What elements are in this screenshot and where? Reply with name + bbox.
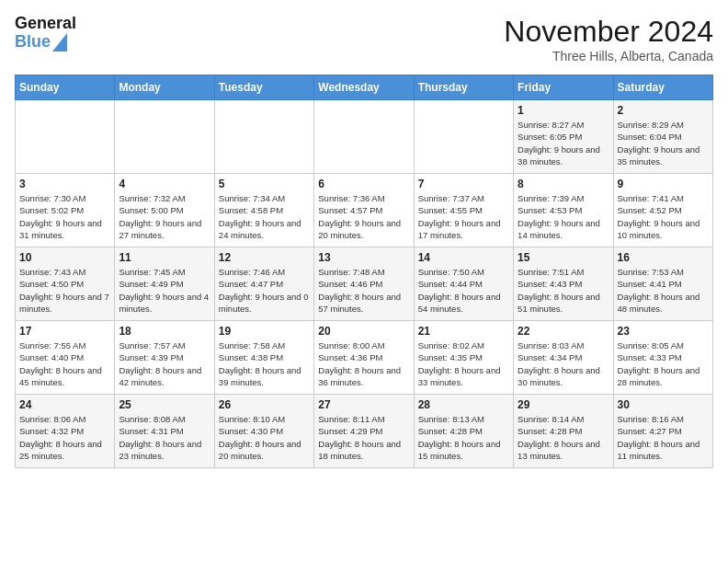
day-number: 10 — [19, 251, 110, 264]
day-info: Sunrise: 7:58 AMSunset: 4:38 PMDaylight:… — [219, 339, 310, 388]
day-cell: 16Sunrise: 7:53 AMSunset: 4:41 PMDayligh… — [613, 247, 712, 321]
day-cell: 11Sunrise: 7:45 AMSunset: 4:49 PMDayligh… — [115, 247, 214, 321]
week-row-2: 3Sunrise: 7:30 AMSunset: 5:02 PMDaylight… — [16, 174, 713, 247]
day-number: 14 — [418, 251, 509, 264]
calendar-header: SundayMondayTuesdayWednesdayThursdayFrid… — [16, 75, 713, 100]
day-cell — [16, 100, 115, 174]
header-cell-wednesday: Wednesday — [314, 75, 414, 100]
day-cell: 27Sunrise: 8:11 AMSunset: 4:29 PMDayligh… — [314, 395, 414, 468]
day-cell: 12Sunrise: 7:46 AMSunset: 4:47 PMDayligh… — [214, 247, 313, 321]
header-cell-monday: Monday — [115, 75, 214, 100]
day-number: 29 — [518, 398, 609, 411]
day-cell: 1Sunrise: 8:27 AMSunset: 6:05 PMDaylight… — [514, 100, 613, 174]
day-info: Sunrise: 7:50 AMSunset: 4:44 PMDaylight:… — [418, 266, 509, 315]
day-number: 6 — [318, 178, 409, 190]
day-info: Sunrise: 7:30 AMSunset: 5:02 PMDaylight:… — [19, 192, 110, 241]
day-number: 11 — [119, 251, 210, 264]
day-number: 16 — [618, 251, 709, 264]
header-cell-friday: Friday — [514, 75, 613, 100]
week-row-1: 1Sunrise: 8:27 AMSunset: 6:05 PMDaylight… — [16, 100, 713, 174]
day-info: Sunrise: 8:14 AMSunset: 4:28 PMDaylight:… — [518, 413, 609, 462]
day-number: 24 — [19, 398, 110, 411]
day-number: 1 — [518, 104, 609, 117]
day-number: 20 — [318, 325, 409, 338]
day-number: 9 — [618, 178, 709, 190]
day-info: Sunrise: 7:43 AMSunset: 4:50 PMDaylight:… — [19, 266, 110, 315]
header-row: SundayMondayTuesdayWednesdayThursdayFrid… — [16, 75, 713, 100]
day-info: Sunrise: 8:00 AMSunset: 4:36 PMDaylight:… — [318, 339, 409, 388]
header-cell-tuesday: Tuesday — [214, 75, 313, 100]
logo-icon — [52, 33, 67, 52]
day-cell: 26Sunrise: 8:10 AMSunset: 4:30 PMDayligh… — [214, 395, 313, 468]
day-number: 4 — [119, 178, 210, 190]
day-cell: 4Sunrise: 7:32 AMSunset: 5:00 PMDaylight… — [115, 174, 214, 247]
day-cell: 25Sunrise: 8:08 AMSunset: 4:31 PMDayligh… — [115, 395, 214, 468]
day-info: Sunrise: 8:05 AMSunset: 4:33 PMDaylight:… — [618, 339, 709, 388]
svg-marker-0 — [52, 33, 67, 52]
day-info: Sunrise: 8:27 AMSunset: 6:05 PMDaylight:… — [518, 119, 609, 167]
month-title: November 2024 — [504, 15, 713, 49]
day-number: 2 — [618, 104, 709, 117]
day-info: Sunrise: 7:41 AMSunset: 4:52 PMDaylight:… — [618, 192, 709, 241]
day-cell: 23Sunrise: 8:05 AMSunset: 4:33 PMDayligh… — [613, 321, 712, 395]
day-info: Sunrise: 7:37 AMSunset: 4:55 PMDaylight:… — [418, 192, 509, 241]
day-info: Sunrise: 7:39 AMSunset: 4:53 PMDaylight:… — [518, 192, 609, 241]
day-cell: 3Sunrise: 7:30 AMSunset: 5:02 PMDaylight… — [16, 174, 115, 247]
day-cell: 22Sunrise: 8:03 AMSunset: 4:34 PMDayligh… — [514, 321, 613, 395]
day-number: 7 — [418, 178, 509, 190]
day-cell: 29Sunrise: 8:14 AMSunset: 4:28 PMDayligh… — [514, 395, 613, 468]
day-info: Sunrise: 7:46 AMSunset: 4:47 PMDaylight:… — [219, 266, 310, 315]
calendar-body: 1Sunrise: 8:27 AMSunset: 6:05 PMDaylight… — [16, 100, 713, 468]
day-number: 5 — [219, 178, 310, 190]
location: Three Hills, Alberta, Canada — [504, 49, 713, 63]
day-number: 22 — [518, 325, 609, 338]
week-row-5: 24Sunrise: 8:06 AMSunset: 4:32 PMDayligh… — [16, 395, 713, 468]
day-info: Sunrise: 8:29 AMSunset: 6:04 PMDaylight:… — [618, 119, 709, 167]
day-number: 28 — [418, 398, 509, 411]
day-info: Sunrise: 8:03 AMSunset: 4:34 PMDaylight:… — [518, 339, 609, 388]
logo: General Blue — [15, 15, 76, 52]
day-cell: 30Sunrise: 8:16 AMSunset: 4:27 PMDayligh… — [613, 395, 712, 468]
day-number: 21 — [418, 325, 509, 338]
day-cell: 28Sunrise: 8:13 AMSunset: 4:28 PMDayligh… — [414, 395, 513, 468]
day-info: Sunrise: 8:08 AMSunset: 4:31 PMDaylight:… — [119, 413, 210, 462]
day-number: 12 — [219, 251, 310, 264]
header-cell-thursday: Thursday — [414, 75, 513, 100]
day-number: 19 — [219, 325, 310, 338]
day-cell: 6Sunrise: 7:36 AMSunset: 4:57 PMDaylight… — [314, 174, 414, 247]
day-cell: 17Sunrise: 7:55 AMSunset: 4:40 PMDayligh… — [16, 321, 115, 395]
logo-text-general: General — [15, 15, 76, 33]
day-number: 8 — [518, 178, 609, 190]
day-cell: 15Sunrise: 7:51 AMSunset: 4:43 PMDayligh… — [514, 247, 613, 321]
day-info: Sunrise: 7:36 AMSunset: 4:57 PMDaylight:… — [318, 192, 409, 241]
day-number: 15 — [518, 251, 609, 264]
day-info: Sunrise: 7:48 AMSunset: 4:46 PMDaylight:… — [318, 266, 409, 315]
day-info: Sunrise: 8:13 AMSunset: 4:28 PMDaylight:… — [418, 413, 509, 462]
day-info: Sunrise: 7:51 AMSunset: 4:43 PMDaylight:… — [518, 266, 609, 315]
day-number: 23 — [618, 325, 709, 338]
day-cell — [115, 100, 214, 174]
day-info: Sunrise: 7:45 AMSunset: 4:49 PMDaylight:… — [119, 266, 210, 315]
day-number: 13 — [318, 251, 409, 264]
day-cell: 19Sunrise: 7:58 AMSunset: 4:38 PMDayligh… — [214, 321, 313, 395]
day-cell: 18Sunrise: 7:57 AMSunset: 4:39 PMDayligh… — [115, 321, 214, 395]
header-cell-saturday: Saturday — [613, 75, 712, 100]
day-info: Sunrise: 8:10 AMSunset: 4:30 PMDaylight:… — [219, 413, 310, 462]
day-cell: 20Sunrise: 8:00 AMSunset: 4:36 PMDayligh… — [314, 321, 414, 395]
day-cell: 7Sunrise: 7:37 AMSunset: 4:55 PMDaylight… — [414, 174, 513, 247]
day-info: Sunrise: 8:02 AMSunset: 4:35 PMDaylight:… — [418, 339, 509, 388]
page-header: General Blue November 2024 Three Hills, … — [15, 15, 713, 63]
day-cell: 5Sunrise: 7:34 AMSunset: 4:58 PMDaylight… — [214, 174, 313, 247]
day-number: 26 — [219, 398, 310, 411]
day-info: Sunrise: 7:32 AMSunset: 5:00 PMDaylight:… — [119, 192, 210, 241]
day-cell — [414, 100, 513, 174]
day-number: 18 — [119, 325, 210, 338]
day-cell: 10Sunrise: 7:43 AMSunset: 4:50 PMDayligh… — [16, 247, 115, 321]
day-cell: 8Sunrise: 7:39 AMSunset: 4:53 PMDaylight… — [514, 174, 613, 247]
day-cell: 13Sunrise: 7:48 AMSunset: 4:46 PMDayligh… — [314, 247, 414, 321]
day-info: Sunrise: 8:06 AMSunset: 4:32 PMDaylight:… — [19, 413, 110, 462]
day-number: 25 — [119, 398, 210, 411]
day-info: Sunrise: 8:16 AMSunset: 4:27 PMDaylight:… — [618, 413, 709, 462]
day-number: 17 — [19, 325, 110, 338]
day-number: 30 — [618, 398, 709, 411]
